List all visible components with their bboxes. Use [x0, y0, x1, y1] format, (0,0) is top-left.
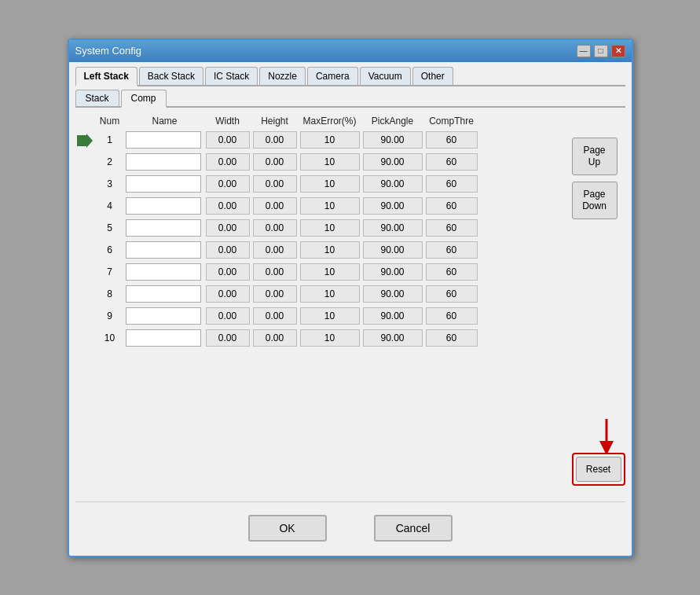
row-height-6: 0.00: [253, 241, 297, 259]
row-width-4: 0.00: [206, 197, 250, 215]
name-input-6[interactable]: [126, 241, 201, 259]
row-height-3: 0.00: [253, 175, 297, 193]
table-row: 9 0.00 0.00 10 90.00 60: [75, 307, 564, 327]
row-pickangle-1: 90.00: [363, 131, 423, 149]
col-width: Width: [204, 114, 251, 128]
tab-left-stack[interactable]: Left Stack: [75, 67, 137, 86]
row-width-8: 0.00: [206, 285, 250, 303]
row-compthre-10: 60: [426, 329, 478, 347]
row-num-5: 5: [94, 222, 126, 233]
row-pickangle-3: 90.00: [363, 175, 423, 193]
table-row: 7 0.00 0.00 10 90.00 60: [75, 263, 564, 283]
row-height-2: 0.00: [253, 153, 297, 171]
row-compthre-6: 60: [426, 241, 478, 259]
maximize-button[interactable]: □: [594, 45, 608, 57]
page-down-button[interactable]: Page Down: [572, 182, 618, 219]
row-name-10[interactable]: [126, 329, 204, 347]
page-up-button[interactable]: Page Up: [572, 138, 618, 175]
reset-section: Reset: [572, 453, 625, 486]
title-bar: System Config — □ ✕: [69, 40, 632, 62]
name-input-3[interactable]: [126, 175, 201, 193]
row-name-6[interactable]: [126, 241, 204, 259]
name-input-4[interactable]: [126, 197, 201, 215]
svg-marker-0: [77, 134, 93, 148]
row-height-1: 0.00: [253, 131, 297, 149]
col-compthre: CompThre: [424, 114, 479, 128]
row-name-9[interactable]: [126, 307, 204, 325]
reset-button[interactable]: Reset: [576, 457, 621, 482]
table-row: 1 0.00 0.00 10 90.00 60: [75, 131, 564, 151]
row-maxerror-3: 10: [300, 175, 360, 193]
row-maxerror-8: 10: [300, 285, 360, 303]
tab-vacuum[interactable]: Vacuum: [360, 67, 411, 85]
data-row-3: 3 0.00 0.00 10 90.00 60: [94, 175, 479, 193]
col-maxerror: MaxError(%): [299, 114, 361, 128]
tab-nozzle[interactable]: Nozzle: [259, 67, 306, 85]
row-height-10: 0.00: [253, 329, 297, 347]
tab-ic-stack[interactable]: IC Stack: [205, 67, 258, 85]
row-compthre-5: 60: [426, 219, 478, 237]
row-name-8[interactable]: [126, 285, 204, 303]
close-button[interactable]: ✕: [611, 45, 625, 57]
row-name-1[interactable]: [126, 131, 204, 149]
data-row-9: 9 0.00 0.00 10 90.00 60: [94, 307, 479, 325]
row-maxerror-4: 10: [300, 197, 360, 215]
row-num-3: 3: [94, 178, 126, 189]
table-section: Num Name Width Height MaxError(%) PickAn…: [75, 114, 564, 492]
content-area: Left Stack Back Stack IC Stack Nozzle Ca…: [69, 62, 632, 556]
row-name-7[interactable]: [126, 263, 204, 281]
tab-bar-1: Left Stack Back Stack IC Stack Nozzle Ca…: [75, 67, 625, 86]
system-config-window: System Config — □ ✕ Left Stack Back Stac…: [68, 39, 633, 557]
row-num-8: 8: [94, 288, 126, 299]
name-input-5[interactable]: [126, 219, 201, 237]
table-row: 3 0.00 0.00 10 90.00 60: [75, 175, 564, 195]
col-height: Height: [251, 114, 299, 128]
table-row: 4 0.00 0.00 10 90.00 60: [75, 197, 564, 217]
ok-button[interactable]: OK: [248, 515, 327, 542]
tab-stack[interactable]: Stack: [75, 90, 119, 106]
bottom-bar: OK Cancel: [75, 501, 625, 551]
row-selected-arrow: [75, 134, 94, 148]
name-input-8[interactable]: [126, 285, 201, 303]
table-row: 8 0.00 0.00 10 90.00 60: [75, 285, 564, 305]
name-input-2[interactable]: [126, 153, 201, 171]
data-row-8: 8 0.00 0.00 10 90.00 60: [94, 285, 479, 303]
row-pickangle-2: 90.00: [363, 153, 423, 171]
name-input-7[interactable]: [126, 263, 201, 281]
row-name-3[interactable]: [126, 175, 204, 193]
row-width-10: 0.00: [206, 329, 250, 347]
row-num-7: 7: [94, 266, 126, 277]
row-num-10: 10: [94, 332, 126, 343]
row-name-4[interactable]: [126, 197, 204, 215]
row-width-7: 0.00: [206, 263, 250, 281]
data-row-4: 4 0.00 0.00 10 90.00 60: [94, 197, 479, 215]
tab-back-stack[interactable]: Back Stack: [139, 67, 203, 85]
data-row-5: 5 0.00 0.00 10 90.00 60: [94, 219, 479, 237]
row-height-7: 0.00: [253, 263, 297, 281]
row-name-2[interactable]: [126, 153, 204, 171]
row-maxerror-6: 10: [300, 241, 360, 259]
row-num-9: 9: [94, 310, 126, 321]
reset-arrow-indicator: [583, 415, 622, 453]
cancel-button[interactable]: Cancel: [374, 515, 453, 542]
name-input-10[interactable]: [126, 329, 201, 347]
data-row-1: 1 0.00 0.00 10 90.00 60: [94, 131, 479, 149]
tab-camera[interactable]: Camera: [307, 67, 358, 85]
arrow-icon: [77, 134, 93, 148]
row-num-2: 2: [94, 156, 126, 167]
name-input-9[interactable]: [126, 307, 201, 325]
row-name-5[interactable]: [126, 219, 204, 237]
row-compthre-7: 60: [426, 263, 478, 281]
tab-comp[interactable]: Comp: [121, 90, 167, 108]
row-width-9: 0.00: [206, 307, 250, 325]
data-row-2: 2 0.00 0.00 10 90.00 60: [94, 153, 479, 171]
minimize-button[interactable]: —: [577, 45, 591, 57]
table-row: 6 0.00 0.00 10 90.00 60: [75, 241, 564, 261]
col-pickangle: PickAngle: [361, 114, 424, 128]
row-height-5: 0.00: [253, 219, 297, 237]
tab-other[interactable]: Other: [412, 67, 453, 85]
row-width-5: 0.00: [206, 219, 250, 237]
name-input-1[interactable]: [126, 131, 201, 149]
table-row: 5 0.00 0.00 10 90.00 60: [75, 219, 564, 239]
row-num-1: 1: [94, 134, 126, 145]
